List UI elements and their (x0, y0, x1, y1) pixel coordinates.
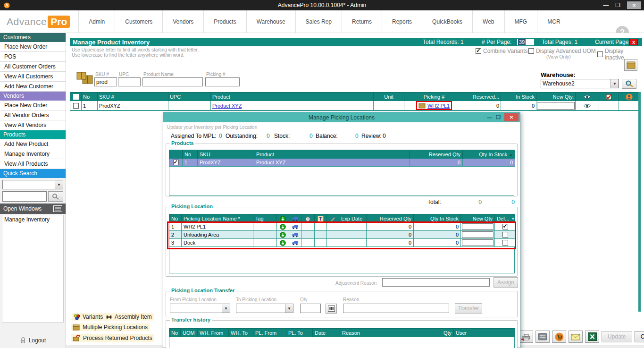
modal-product-row[interactable]: 1 ProdXYZ Product XYZ 0 0 (169, 159, 514, 167)
scan-button[interactable] (326, 304, 337, 314)
new-qty-input[interactable] (537, 102, 575, 110)
sidebar-item-add-new-customer[interactable]: Add New Customer (0, 82, 66, 92)
display-advanced-uom-checkbox[interactable] (528, 48, 534, 54)
row-checkbox[interactable] (73, 103, 79, 109)
picking-location-link[interactable]: WH2 PL1 (427, 103, 450, 109)
transfer-reason-input[interactable] (343, 304, 449, 313)
sidebar-item-manage-inventory[interactable]: Manage Inventory (0, 149, 66, 159)
chevron-down-icon[interactable]: ▼ (285, 304, 293, 313)
sku-input[interactable] (94, 77, 117, 86)
green-down-icon[interactable] (280, 232, 286, 238)
window-list-icon[interactable] (53, 205, 62, 212)
sidebar-item-view-all-customers[interactable]: View All Customers (0, 72, 66, 82)
chevron-down-icon[interactable]: ▼ (55, 180, 63, 189)
combine-variants-checkbox[interactable] (476, 48, 481, 54)
minimize-icon[interactable]: — (487, 115, 492, 120)
eye-icon[interactable] (583, 103, 591, 108)
sidebar-item-pos[interactable]: POS (0, 52, 66, 62)
sidebar-item-place-new-order[interactable]: Place New Order (0, 42, 66, 52)
close-button[interactable]: Close (635, 331, 644, 342)
quick-search-input[interactable] (2, 191, 47, 202)
product-row[interactable]: 1 ProdXYZ Product XYZ WH2 PL1 0 0 (70, 101, 638, 111)
adjustment-reason-input[interactable] (382, 278, 490, 287)
email-button[interactable] (569, 331, 583, 343)
sidebar-item-vendor-place-new-order[interactable]: Place New Order (0, 101, 66, 110)
upc-input[interactable] (118, 77, 141, 86)
transfer-button[interactable]: Transfer (455, 303, 482, 314)
combine-variants-option[interactable]: Combine Variants (476, 48, 528, 54)
warehouse-box-button[interactable] (624, 59, 637, 71)
transfer-qty-input[interactable] (300, 304, 321, 313)
picking-location-row[interactable]: 3 Dock 0 0 (169, 239, 515, 247)
sidebar-item-add-new-product[interactable]: Add New Product (0, 139, 66, 149)
tab-admin[interactable]: Admin (78, 10, 115, 33)
tab-quickbooks[interactable]: QuickBooks (422, 10, 472, 33)
maximize-icon[interactable]: ❒ (496, 114, 501, 120)
sidebar-item-all-customer-orders[interactable]: All Customer Orders (0, 62, 66, 72)
tab-web[interactable]: Web (472, 10, 504, 33)
open-window-item[interactable]: Manage Inventory (4, 216, 61, 223)
truck-icon[interactable] (292, 240, 299, 246)
cart-button[interactable] (552, 331, 566, 343)
minimize-icon[interactable]: — (603, 2, 609, 8)
default-checkbox[interactable] (502, 240, 508, 246)
multiple-picking-locations-legend[interactable]: Multiple Picking Locations (71, 323, 150, 331)
new-qty-input[interactable] (462, 239, 493, 246)
table-scrollbar[interactable] (638, 92, 641, 312)
display-advanced-uom-option[interactable]: Display Advanced UOM (528, 48, 596, 54)
from-picking-location-select[interactable]: ▼ (170, 304, 230, 313)
tab-sales-rep[interactable]: Sales Rep (295, 10, 342, 33)
sidebar-item-view-all-vendors[interactable]: View All Vendors (0, 120, 66, 130)
tab-warehouse[interactable]: Warehouse (246, 10, 295, 33)
tab-mfg[interactable]: MFG (504, 10, 537, 33)
green-down-icon[interactable] (280, 240, 286, 246)
print-button[interactable] (519, 331, 533, 343)
export-excel-button[interactable] (585, 331, 599, 343)
close-icon[interactable]: ✕ (504, 113, 519, 121)
update-button[interactable]: Update (602, 331, 632, 342)
logout-button[interactable]: Logout (0, 337, 66, 344)
close-icon[interactable]: ✕ (627, 1, 641, 9)
default-checkbox[interactable] (502, 232, 508, 238)
sidebar-item-view-all-products[interactable]: View All Products (0, 159, 66, 169)
assembly-item-legend[interactable]: Assembly Item (104, 313, 154, 321)
product-link[interactable]: Product XYZ (212, 103, 242, 109)
tab-vendors[interactable]: Vendors (162, 10, 203, 33)
assign-button[interactable]: Assign (493, 277, 518, 288)
tab-customers[interactable]: Customers (115, 10, 162, 33)
new-qty-input[interactable] (462, 223, 493, 230)
quick-search-select[interactable]: ▼ (2, 180, 63, 189)
close-page-button[interactable]: x (629, 39, 638, 45)
column-settings-button[interactable] (535, 331, 550, 343)
picking-number-input[interactable] (205, 77, 240, 86)
warehouse-search-button[interactable] (622, 79, 636, 89)
chevron-down-icon[interactable]: ▼ (222, 304, 230, 313)
per-page-input[interactable]: 39 (517, 39, 534, 45)
tab-products[interactable]: Products (203, 10, 246, 33)
search-hint-2: Use lowercase to find the letter anywher… (72, 52, 184, 58)
display-inactive-checkbox[interactable] (597, 51, 603, 57)
default-checkbox[interactable] (502, 224, 508, 229)
product-name-input[interactable] (142, 77, 203, 86)
new-qty-input[interactable] (462, 231, 493, 238)
truck-icon[interactable] (292, 224, 299, 229)
outstanding-value: 0 (267, 133, 270, 139)
quick-search-button[interactable] (48, 191, 63, 202)
to-picking-location-select[interactable]: ▼ (236, 304, 293, 313)
warehouse-select[interactable]: Warehouse2 ▼ (541, 79, 619, 88)
tab-reports[interactable]: Reports (382, 10, 422, 33)
picking-location-row[interactable]: 2 Unloading Area 0 0 (169, 231, 515, 239)
chevron-down-icon[interactable]: ▼ (611, 79, 619, 88)
row-checkbox[interactable] (173, 160, 179, 165)
picking-location-row[interactable]: 1 WH2 PL1 0 0 (169, 223, 515, 231)
green-down-icon[interactable] (280, 224, 286, 230)
truck-icon[interactable] (292, 232, 299, 238)
tab-mcr[interactable]: MCR (537, 10, 570, 33)
view-only-note: (View Only) (546, 54, 571, 59)
process-returned-products-legend[interactable]: Process Returned Products (71, 334, 154, 342)
sidebar-item-all-vendor-orders[interactable]: All Vendor Orders (0, 110, 66, 120)
maximize-icon[interactable]: ❒ (615, 2, 620, 8)
select-all-checkbox[interactable] (73, 94, 79, 100)
variants-legend[interactable]: Variants (72, 313, 105, 321)
tab-returns[interactable]: Returns (342, 10, 382, 33)
